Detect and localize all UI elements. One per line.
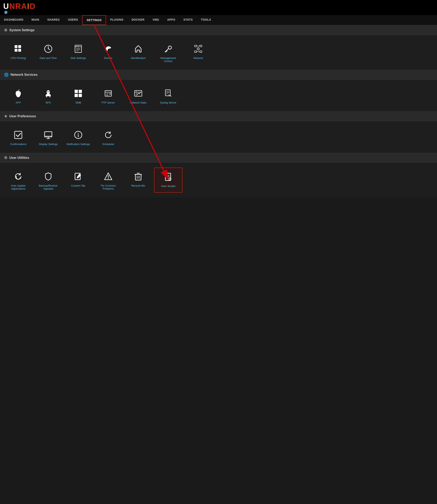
nav-item-stats[interactable]: STATS xyxy=(179,15,197,25)
icon-symbol-docker xyxy=(103,43,114,55)
icon-item-fix-common[interactable]: Fix Common Problems xyxy=(94,167,122,193)
version-info: i xyxy=(3,11,434,14)
icon-symbol-nfs xyxy=(43,88,54,99)
nav-item-shares[interactable]: SHARES xyxy=(43,15,64,25)
icon-label-confirmations: Confirmations xyxy=(10,143,26,146)
icon-label-fix-common: Fix Common Problems xyxy=(96,184,120,190)
icon-symbol-date-time xyxy=(43,43,54,55)
svg-point-61 xyxy=(78,133,79,134)
icon-item-nfs[interactable]: NFS xyxy=(34,85,62,107)
icon-label-nfs: NFS xyxy=(46,101,51,104)
icon-item-network-stats[interactable]: Network Stats xyxy=(124,85,152,107)
icon-item-smb[interactable]: SMB xyxy=(64,85,92,107)
icon-label-syslog-server: Syslog Server xyxy=(160,101,177,104)
icon-label-afp: AFP xyxy=(16,101,21,104)
icon-item-network[interactable]: Network xyxy=(184,40,212,65)
icon-label-auto-update: Auto Update Applications xyxy=(6,184,30,190)
section-icon-system-settings: ⚙ xyxy=(4,28,7,32)
nav-item-main[interactable]: MAIN xyxy=(28,15,43,25)
icon-grid-user-utilities: Auto Update Applications Backup/Restore … xyxy=(0,163,437,197)
section-icon-network-services: 🌐 xyxy=(4,73,9,77)
brand-logo: UNRAID xyxy=(3,2,36,11)
svg-rect-51 xyxy=(165,90,170,96)
icon-symbol-recycle-bin xyxy=(133,171,144,182)
svg-rect-6 xyxy=(16,50,16,50)
icon-label-user-scripts: User Scripts xyxy=(161,184,176,188)
icon-label-disk-settings: Disk Settings xyxy=(70,57,86,59)
icon-symbol-user-scripts xyxy=(163,171,174,183)
icon-symbol-custom-tab xyxy=(73,171,84,182)
section-title-user-utilities: User Utilities xyxy=(9,156,29,160)
icon-symbol-fix-common xyxy=(103,171,114,182)
section-header-user-utilities: ⚙User Utilities xyxy=(0,153,437,163)
icon-item-user-scripts[interactable]: User Scripts xyxy=(154,167,182,193)
svg-rect-26 xyxy=(200,45,202,47)
info-icon[interactable]: i xyxy=(4,11,8,14)
icon-item-backup-restore[interactable]: Backup/Restore Appdata xyxy=(34,167,62,193)
icon-item-scheduler[interactable]: Scheduler xyxy=(94,126,122,148)
nav-item-plugins[interactable]: PLUGINS xyxy=(106,15,128,25)
icon-item-management-access[interactable]: Management Access xyxy=(154,40,182,65)
icon-item-afp[interactable]: AFP xyxy=(4,85,32,107)
nav-item-tools[interactable]: TOOLS xyxy=(197,15,215,25)
icon-symbol-syslog-server xyxy=(163,88,174,99)
icon-label-custom-tab: Custom Tab xyxy=(71,184,85,187)
icon-item-notification-settings[interactable]: Notification Settings xyxy=(64,126,92,148)
icon-item-auto-update[interactable]: Auto Update Applications xyxy=(4,167,32,193)
icon-label-scheduler: Scheduler xyxy=(102,143,114,146)
icon-item-date-time[interactable]: Date and Time xyxy=(34,40,62,65)
icon-item-identification[interactable]: Identification xyxy=(124,40,152,65)
icon-symbol-smb xyxy=(73,88,84,99)
icon-label-network: Network xyxy=(193,57,203,59)
svg-point-19 xyxy=(110,48,111,48)
icon-symbol-notification-settings xyxy=(73,129,84,141)
icon-item-confirmations[interactable]: Confirmations xyxy=(4,126,32,148)
icon-symbol-auto-update xyxy=(13,171,24,182)
nav-item-dashboard[interactable]: DASHBOARD xyxy=(0,15,28,25)
svg-point-20 xyxy=(168,46,171,49)
icon-symbol-network-stats xyxy=(133,88,144,99)
svg-rect-41 xyxy=(79,94,82,97)
icon-label-smb: SMB xyxy=(75,101,81,104)
section-header-user-preferences: ★User Preferences xyxy=(0,111,437,121)
icon-label-date-time: Date and Time xyxy=(40,57,57,59)
svg-rect-38 xyxy=(75,90,78,93)
icon-grid-network-services: AFP NFS SMB FTP Ser xyxy=(0,80,437,111)
section-header-system-settings: ⚙System Settings xyxy=(0,25,437,35)
svg-rect-24 xyxy=(195,45,197,47)
section-icon-user-utilities: ⚙ xyxy=(4,155,7,160)
section-title-network-services: Network Services xyxy=(10,73,38,77)
nav-item-users[interactable]: USERS xyxy=(64,15,82,25)
icon-label-network-stats: Network Stats xyxy=(130,101,147,104)
icon-item-display-settings[interactable]: Display Settings xyxy=(34,126,62,148)
icon-item-cpu-pinning[interactable]: CPU Pinning xyxy=(4,40,32,65)
main-nav: DASHBOARDMAINSHARESUSERSSETTINGSPLUGINSD… xyxy=(0,15,437,25)
svg-rect-40 xyxy=(75,94,78,97)
svg-rect-47 xyxy=(109,93,111,95)
icon-item-custom-tab[interactable]: Custom Tab xyxy=(64,167,92,193)
svg-rect-11 xyxy=(75,45,81,52)
icon-symbol-management-access xyxy=(163,43,174,55)
svg-line-36 xyxy=(46,96,47,97)
nav-item-vms[interactable]: VMS xyxy=(149,15,163,25)
icon-item-disk-settings[interactable]: Disk Settings xyxy=(64,40,92,65)
header: UNRAID i xyxy=(0,0,437,15)
nav-item-apps[interactable]: APPS xyxy=(163,15,179,25)
icon-symbol-cpu-pinning xyxy=(13,43,24,55)
icon-item-ftp-server[interactable]: FTP Server xyxy=(94,85,122,107)
icon-symbol-identification xyxy=(133,43,144,55)
icon-label-backup-restore: Backup/Restore Appdata xyxy=(36,184,60,190)
brand-letters-nrai: NRA xyxy=(9,2,27,10)
section-title-user-preferences: User Preferences xyxy=(9,115,36,118)
icon-symbol-ftp-server xyxy=(103,88,114,99)
nav-item-docker[interactable]: DOCKER xyxy=(128,15,149,25)
nav-item-settings[interactable]: SETTINGS xyxy=(82,15,106,25)
icon-item-syslog-server[interactable]: Syslog Server xyxy=(154,85,182,107)
svg-rect-25 xyxy=(195,51,197,52)
icon-symbol-network xyxy=(193,43,204,55)
brand-letter-d2: D xyxy=(30,2,35,10)
icon-symbol-afp xyxy=(13,88,24,99)
icon-item-docker[interactable]: Docker xyxy=(94,40,122,65)
icon-item-recycle-bin[interactable]: Recycle Bin xyxy=(124,167,152,193)
settings-content: ⚙System Settings CPU Pinning Date and Ti… xyxy=(0,25,437,197)
